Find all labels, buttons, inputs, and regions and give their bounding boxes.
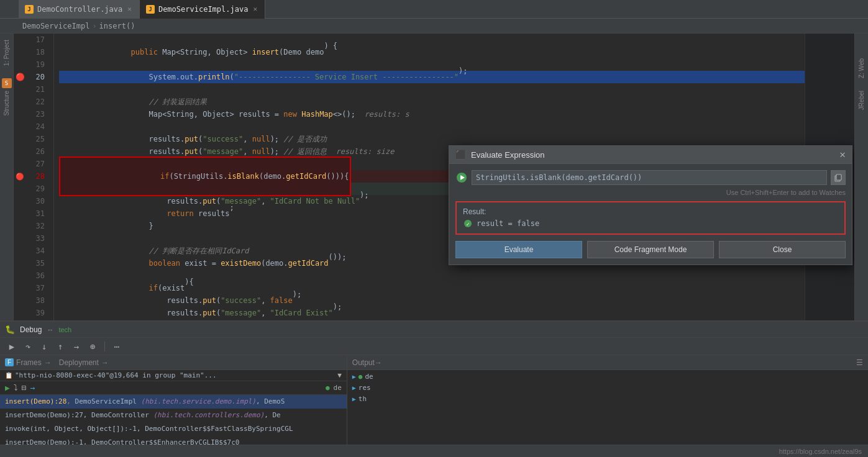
play-icon[interactable]: ▶	[5, 383, 10, 392]
code-fragment-button[interactable]: Code Fragment Mode	[587, 241, 714, 258]
debug-stepover-btn[interactable]: ↷	[21, 340, 35, 353]
code-line-20: System.out.println("---------------- Ser…	[59, 71, 805, 83]
tab-demo-controller[interactable]: J DemoController.java ✕	[19, 0, 140, 19]
code-line-38: results.put("success", false);	[59, 294, 805, 307]
debug-tab-label[interactable]: Debug	[20, 325, 42, 334]
output-options-icon[interactable]: ☰	[856, 358, 863, 367]
eval-result-text: result = false	[477, 219, 539, 228]
frames-label: Frames	[16, 358, 42, 367]
breadcrumb-item-1[interactable]: DemoServiceImpl	[22, 22, 89, 30]
code-line-39: results.put("message", "IdCard Exist");	[59, 307, 805, 319]
code-editor[interactable]: 🔴 🔴	[14, 34, 854, 320]
frame-item-4[interactable]: insertDemo(Demo):-1, DemoController$$Enh…	[0, 436, 347, 445]
code-line-22: // 封装返回结果	[59, 96, 805, 108]
left-sidebar: 1: Project S Structure	[0, 34, 14, 320]
evaluate-button[interactable]: Evaluate	[455, 241, 582, 258]
structure-tab-icon: S	[2, 78, 12, 88]
breadcrumb-item-2[interactable]: insert()	[99, 22, 135, 30]
debug-evaluate-btn[interactable]: ⊕	[86, 340, 99, 353]
output-label-d: de	[334, 384, 342, 392]
debug-panel: 🐛 Debug ↔ tech ▶ ↷ ↓ ↑ → ⊕ ⋯ F Frames	[0, 320, 868, 445]
debug-session-bar: 🐛 Debug ↔ tech	[0, 322, 868, 338]
tab-demo-service[interactable]: J DemoServiceImpl.java ✕	[140, 0, 265, 19]
output-line-3: ▶ th	[352, 394, 863, 405]
output-icon-circle-1: ●	[359, 371, 363, 382]
code-line-19	[59, 58, 805, 71]
output-text-3: th	[359, 394, 367, 405]
frames-header: F Frames → Deployment →	[0, 355, 347, 370]
eval-dialog-body: Use Ctrl+Shift+Enter to add to Watches R…	[449, 164, 852, 265]
result-value-icon: ✓	[463, 219, 473, 228]
deployment-label: Deployment	[59, 358, 99, 367]
eval-expression-input[interactable]	[472, 170, 827, 185]
eval-dialog-titlebar: ⬛ Evaluate Expression ✕	[449, 146, 852, 164]
output-line-2: ▶ res	[352, 382, 863, 394]
thread-selector[interactable]: 📋 "http-nio-8080-exec-40"@19,664 in grou…	[0, 370, 347, 381]
filter-icon[interactable]: ⊟	[22, 383, 27, 392]
copy-icon	[834, 173, 843, 182]
eval-result-value: ✓ result = false	[463, 219, 838, 228]
line-numbers: 17 18 19 20 21 22 23 24 25 26 27 28 29 3…	[26, 34, 54, 320]
thread-dropdown-arrow[interactable]: ▼	[337, 371, 342, 379]
eval-input-row	[455, 170, 846, 185]
output-icon-1[interactable]: ●	[326, 384, 330, 392]
code-line-18: public Map<String, Object> insert(Demo d…	[59, 46, 805, 58]
code-line-21	[59, 83, 805, 96]
debug-resume-btn[interactable]: ▶	[5, 340, 19, 353]
structure-label: Structure	[3, 91, 10, 116]
output-panel: Output → ☰ ▶ ● de ▶ res ▶	[347, 355, 868, 445]
frame-item-3[interactable]: invoke(int, Object, Object[]):-1, DemoCo…	[0, 422, 347, 436]
stack-frames-list: insert(Demo):28, DemoServiceImpl (hbi.te…	[0, 395, 347, 445]
tabs-bar: J DemoController.java ✕ J DemoServiceImp…	[0, 0, 868, 19]
debug-toolbar: ▶ ↷ ↓ ↑ → ⊕ ⋯	[0, 338, 868, 355]
output-arrow-3: ▶	[352, 394, 356, 405]
frame-item-1[interactable]: insert(Demo):28, DemoServiceImpl (hbi.te…	[0, 395, 347, 409]
debug-action-icons: ▶ ⤵ ⊟ → ● de	[0, 381, 347, 395]
eval-buttons-row: Evaluate Code Fragment Mode Close	[455, 241, 846, 258]
output-line-1: ▶ ● de	[352, 371, 863, 382]
output-arrow-1: ▶	[352, 371, 356, 382]
deployment-arrow: →	[101, 358, 109, 367]
eval-copy-button[interactable]	[831, 170, 846, 185]
tab-label-controller: DemoController.java	[37, 5, 122, 14]
output-arrow-2: ▶	[352, 382, 356, 394]
svg-rect-3	[836, 174, 841, 180]
project-tab[interactable]: 1: Project	[3, 40, 10, 66]
tab-close-service[interactable]: ✕	[252, 5, 258, 13]
eval-dialog-title: Evaluate Expression	[471, 150, 545, 160]
debug-runtocursor-btn[interactable]: →	[70, 340, 83, 353]
tab-close-controller[interactable]: ✕	[126, 5, 133, 13]
java-file-icon: J	[25, 5, 34, 14]
output-content: ▶ ● de ▶ res ▶ th	[347, 370, 868, 445]
eval-result-box: Result: ✓ result = false	[455, 201, 846, 235]
jrebel-tab[interactable]: JRebel	[858, 91, 865, 110]
status-bar: https://blog.csdn.net/zeal9s	[0, 445, 868, 457]
code-line-36	[59, 269, 805, 282]
eval-close-button[interactable]: ✕	[839, 150, 846, 160]
step-icon[interactable]: ⤵	[14, 383, 18, 392]
java-file-icon-2: J	[146, 5, 155, 14]
breadcrumb-separator: ›	[92, 22, 96, 30]
frames-icon: F	[5, 358, 14, 366]
code-line-17	[59, 34, 805, 46]
code-line-24	[59, 120, 805, 133]
eval-run-icon	[455, 171, 468, 184]
debug-stepout-btn[interactable]: ↑	[53, 340, 67, 353]
next-arrow-icon[interactable]: →	[30, 383, 35, 392]
breadcrumb-bar: DemoServiceImpl › insert()	[0, 19, 868, 34]
debug-content-area: F Frames → Deployment → 📋 "http-nio-8080…	[0, 355, 868, 445]
debug-session-name: tech	[58, 326, 71, 333]
output-label: Output	[352, 358, 375, 367]
evaluate-expression-dialog: ⬛ Evaluate Expression ✕	[449, 145, 852, 265]
output-text-1: de	[365, 371, 373, 382]
debug-stepinto-btn[interactable]: ↓	[37, 340, 51, 353]
gutter-breakpoints: 🔴 🔴	[14, 34, 26, 320]
debug-more-btn[interactable]: ⋯	[110, 340, 124, 353]
web-tab[interactable]: Z: Web	[858, 58, 865, 78]
tab-label-service: DemoServiceImpl.java	[158, 5, 249, 14]
code-line-37: if(exist){	[59, 282, 805, 294]
close-button[interactable]: Close	[719, 241, 846, 258]
frame-item-2[interactable]: insertDemo(Demo):27, DemoController (hbi…	[0, 409, 347, 422]
code-line-25: results.put("success", null); // 是否成功	[59, 133, 805, 145]
right-sidebar: Z: Web JRebel	[854, 34, 868, 320]
